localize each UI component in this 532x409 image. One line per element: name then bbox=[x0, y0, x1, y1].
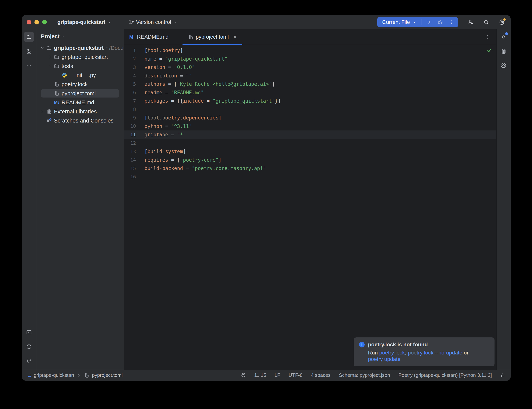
project-panel-header[interactable]: Project bbox=[36, 32, 124, 41]
code-text: version = "0.1.0" bbox=[143, 64, 195, 70]
status-widget-11-15[interactable]: 11:15 bbox=[254, 372, 266, 378]
structure-tool-button[interactable] bbox=[24, 46, 34, 56]
tab-readme[interactable]: M↓ README.md bbox=[124, 29, 174, 45]
tree-item-external-libraries[interactable]: External Libraries bbox=[36, 107, 124, 116]
chevron-down-icon[interactable] bbox=[413, 20, 417, 24]
tree-item-poetry-lock[interactable]: [T]poetry.lock bbox=[36, 80, 124, 89]
notifications-bell-button[interactable] bbox=[498, 32, 509, 42]
project-tool-button[interactable] bbox=[24, 32, 34, 42]
svg-text:[T]: [T] bbox=[57, 84, 59, 86]
editor-tab-options-kebab[interactable] bbox=[485, 34, 490, 40]
poetry-lock-no-update-link[interactable]: poetry lock --no-update bbox=[408, 350, 462, 356]
chevron-down-icon[interactable] bbox=[39, 46, 46, 50]
poetry-lock-link[interactable]: poetry lock bbox=[379, 350, 405, 356]
line-number: 1 bbox=[124, 48, 143, 53]
pkg-icon bbox=[53, 54, 60, 60]
tree-item-scratches-and-consoles[interactable]: Scratches and Consoles bbox=[36, 116, 124, 125]
code-line-1: 1[tool.poetry] bbox=[124, 46, 496, 55]
more-run-options-kebab[interactable] bbox=[449, 19, 454, 25]
version-control-tool-button[interactable] bbox=[24, 356, 34, 366]
project-selector[interactable]: griptape-quickstart bbox=[57, 19, 111, 25]
svg-text:[T]: [T] bbox=[191, 37, 193, 39]
divider bbox=[421, 19, 422, 25]
title-bar: griptape-quickstart Version control Curr… bbox=[22, 15, 511, 29]
settings-badge-dot bbox=[503, 18, 506, 21]
code-line-13: 13[build-system] bbox=[124, 147, 496, 156]
code-line-4: 4description = "" bbox=[124, 72, 496, 80]
tree-item--init-py[interactable]: __init__.py bbox=[36, 71, 124, 80]
code-line-8: 8 bbox=[124, 105, 496, 114]
breadcrumb-project[interactable]: griptape-quickstart bbox=[34, 372, 74, 378]
chevron-right-icon[interactable] bbox=[46, 55, 53, 59]
left-tool-stripe bbox=[22, 29, 36, 370]
line-number: 14 bbox=[124, 157, 143, 163]
tab-label: pyproject.toml bbox=[196, 34, 229, 40]
info-icon: i bbox=[359, 342, 365, 347]
status-widget-4-spaces[interactable]: 4 spaces bbox=[311, 372, 330, 378]
tree-item-griptape-quickstart[interactable]: griptape-quickstart~/Docume bbox=[36, 43, 124, 52]
code-line-12: 12 bbox=[124, 139, 496, 148]
database-tool-button[interactable] bbox=[498, 46, 509, 56]
tab-pyproject[interactable]: [T] pyproject.toml ✕ bbox=[183, 29, 242, 45]
notification-badge-dot bbox=[505, 32, 508, 35]
status-bar: griptape-quickstart [T] pyproject.toml 1… bbox=[22, 370, 511, 381]
run-config-selector[interactable]: Current File bbox=[382, 19, 410, 25]
tree-item-pyproject-toml[interactable]: [T]pyproject.toml bbox=[36, 89, 124, 98]
toml-icon: [T] bbox=[53, 91, 60, 96]
settings-gear-button[interactable] bbox=[499, 19, 505, 25]
status-widget-lf[interactable]: LF bbox=[275, 372, 280, 378]
close-tab-icon[interactable]: ✕ bbox=[233, 34, 237, 40]
run-button[interactable] bbox=[426, 19, 432, 25]
status-widget-poetry-griptape-quicksta[interactable]: Poetry (griptape-quickstart) [Python 3.1… bbox=[398, 372, 492, 378]
code-editor[interactable]: 1[tool.poetry]2name = "griptape-quicksta… bbox=[124, 45, 496, 370]
tree-item-griptape-quickstart[interactable]: griptape_quickstart bbox=[36, 52, 124, 62]
tree-item-label: External Libraries bbox=[54, 109, 97, 115]
unlock-icon[interactable] bbox=[500, 373, 505, 378]
problems-tool-button[interactable] bbox=[24, 342, 34, 352]
project-tree: griptape-quickstart~/Documegriptape_quic… bbox=[36, 43, 124, 125]
code-text: description = "" bbox=[143, 73, 192, 79]
status-widget-utf-8[interactable]: UTF-8 bbox=[289, 372, 303, 378]
chevron-right-icon bbox=[77, 373, 81, 377]
tree-item-readme-md[interactable]: M↓README.md bbox=[36, 98, 124, 107]
tree-item-label: griptape-quickstart bbox=[54, 45, 104, 51]
status-widget-schema-pyproject-json[interactable]: Schema: pyproject.json bbox=[339, 372, 390, 378]
code-text: [tool.poetry] bbox=[143, 47, 183, 53]
debug-button[interactable] bbox=[437, 19, 443, 25]
terminal-tool-button[interactable] bbox=[24, 327, 34, 337]
more-tools-button[interactable] bbox=[24, 61, 34, 71]
tree-item-tests[interactable]: tests bbox=[36, 62, 124, 71]
tree-item-path-suffix: ~/Docume bbox=[106, 45, 124, 51]
tree-item-label: __init__.py bbox=[69, 72, 96, 78]
zoom-window-button[interactable] bbox=[42, 20, 47, 24]
window-controls bbox=[22, 20, 47, 24]
inspections-ok-check-icon[interactable] bbox=[487, 48, 492, 53]
poetry-update-link[interactable]: poetry update bbox=[368, 356, 400, 362]
project-selector-label: griptape-quickstart bbox=[57, 19, 105, 25]
add-user-button[interactable] bbox=[468, 19, 474, 25]
chevron-right-icon[interactable] bbox=[39, 110, 46, 114]
python-icon bbox=[61, 72, 68, 78]
breadcrumb-file[interactable]: pyproject.toml bbox=[92, 372, 123, 378]
right-tool-stripe bbox=[496, 29, 511, 370]
close-window-button[interactable] bbox=[27, 20, 31, 24]
search-everywhere-button[interactable] bbox=[483, 19, 489, 25]
line-number: 10 bbox=[124, 123, 143, 129]
chevron-down-icon[interactable] bbox=[46, 64, 53, 68]
editor-area: M↓ README.md [T] pyproject.toml ✕ 1[tool… bbox=[124, 29, 496, 370]
code-text: build-backend = "poetry.core.masonry.api… bbox=[143, 166, 266, 171]
ai-assistant-tool-button[interactable] bbox=[498, 61, 509, 71]
vcs-selector[interactable]: Version control bbox=[129, 19, 177, 25]
tree-item-label: README.md bbox=[62, 99, 94, 106]
ai-small-icon[interactable] bbox=[241, 373, 246, 378]
line-number: 13 bbox=[124, 149, 143, 154]
tab-label: README.md bbox=[137, 34, 168, 40]
notification-text: Run bbox=[368, 350, 379, 356]
project-panel-title: Project bbox=[41, 33, 59, 40]
minimize-window-button[interactable] bbox=[35, 20, 39, 24]
md-icon: M↓ bbox=[53, 100, 60, 105]
code-text: python = "^3.11" bbox=[143, 123, 192, 129]
notification-text: or bbox=[462, 350, 468, 356]
line-number: 4 bbox=[124, 73, 143, 78]
git-branch-icon bbox=[129, 19, 134, 25]
